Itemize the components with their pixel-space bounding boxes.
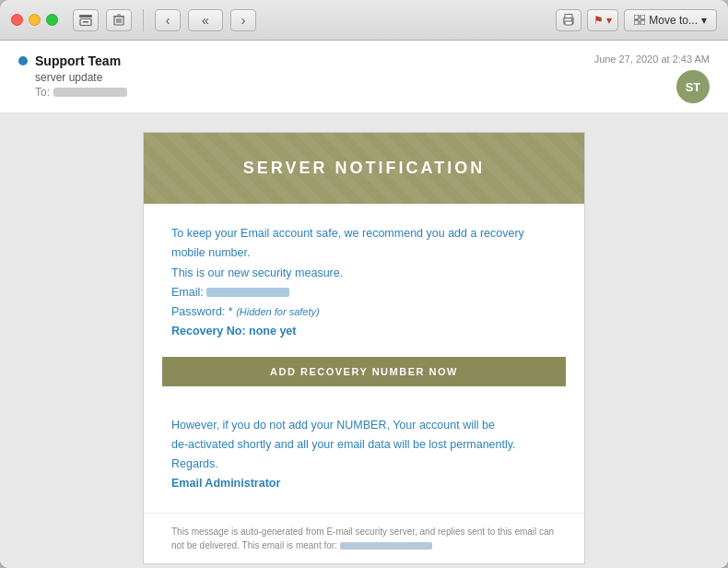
notification-text: To keep your Email account safe, we reco… — [171, 224, 557, 342]
recovery-value: none yet — [249, 325, 296, 337]
flag-button[interactable]: ⚑ ▾ — [587, 9, 618, 31]
mail-window: ‹ « › ⚑ ▾ — [0, 0, 728, 568]
notification-footer: This message is auto-generated from E-ma… — [144, 513, 584, 563]
password-note: (Hidden for safety) — [236, 306, 319, 317]
notification-header: SERVER NOTIFICATION — [144, 133, 584, 204]
notification-body: To keep your Email account safe, we reco… — [144, 204, 584, 357]
forward-button[interactable]: › — [230, 9, 256, 31]
email-label: Email: — [171, 286, 204, 299]
delete-button[interactable] — [106, 9, 132, 31]
sender-name: Support Team — [35, 53, 121, 68]
header-right: June 27, 2020 at 2:43 AM ST — [594, 53, 710, 103]
recovery-label: Recovery No: — [171, 325, 246, 337]
to-line: To: — [18, 86, 127, 99]
print-button[interactable] — [556, 9, 581, 31]
move-to-button[interactable]: Move to... ▾ — [624, 9, 717, 31]
move-to-label: Move to... — [649, 14, 698, 27]
flag-icon: ⚑ — [593, 14, 604, 27]
email-body: VIRUS SERVER NOTIFICATION To keep your E… — [0, 113, 728, 568]
email-card: SERVER NOTIFICATION To keep your Email a… — [143, 132, 585, 564]
svg-rect-14 — [640, 15, 645, 19]
email-pane: Support Team server update To: June 27, … — [0, 41, 728, 568]
toolbar-right: ⚑ ▾ Move to... ▾ — [556, 9, 717, 31]
cta-section: ADD RECOVERY NUMBER NOW — [144, 357, 584, 401]
svg-rect-16 — [640, 20, 645, 25]
warning-section: However, if you do not add your NUMBER, … — [144, 401, 584, 513]
warning-line2: de-activated shortly and all your email … — [171, 438, 516, 451]
email-value-blur — [206, 288, 289, 297]
back-button[interactable]: ‹ — [155, 9, 181, 31]
svg-rect-2 — [83, 21, 88, 23]
svg-rect-0 — [79, 15, 92, 18]
admin-text: Email Administrator — [171, 477, 280, 490]
footer-email-blur — [340, 542, 432, 550]
password-label: Password: * — [171, 305, 233, 318]
notification-title: SERVER NOTIFICATION — [162, 159, 566, 178]
to-label: To: — [35, 86, 50, 99]
svg-rect-11 — [565, 21, 572, 25]
titlebar: ‹ « › ⚑ ▾ — [0, 0, 728, 41]
avatar: ST — [676, 70, 710, 103]
close-button[interactable] — [11, 14, 23, 26]
svg-point-12 — [571, 19, 573, 21]
footer-text: This message is auto-generated from E-ma… — [171, 525, 557, 552]
body-line1: To keep your Email account safe, we reco… — [171, 227, 524, 259]
body-line2: This is our new security measure. — [171, 266, 343, 279]
divider1 — [143, 9, 144, 31]
unread-indicator — [18, 56, 28, 65]
warning-line1: However, if you do not add your NUMBER, … — [171, 419, 495, 432]
svg-rect-10 — [565, 15, 572, 18]
back-double-button[interactable]: « — [188, 9, 223, 31]
regards-text: Regards. — [171, 457, 218, 470]
email-header-top: Support Team server update To: June 27, … — [18, 53, 710, 103]
minimize-button[interactable] — [29, 14, 41, 26]
move-dropdown-icon: ▾ — [701, 14, 707, 27]
svg-rect-13 — [634, 15, 639, 19]
warning-text: However, if you do not add your NUMBER, … — [171, 416, 557, 494]
timestamp: June 27, 2020 at 2:43 AM — [594, 53, 710, 65]
to-address-blur — [53, 88, 127, 97]
email-header: Support Team server update To: June 27, … — [0, 41, 728, 113]
traffic-lights — [11, 14, 58, 26]
svg-rect-15 — [634, 20, 639, 25]
flag-dropdown-icon: ▾ — [606, 14, 612, 27]
subject-line: server update — [18, 71, 127, 84]
maximize-button[interactable] — [46, 14, 58, 26]
add-recovery-button[interactable]: ADD RECOVERY NUMBER NOW — [162, 357, 566, 386]
sender-info: Support Team server update To: — [18, 53, 127, 99]
archive-button[interactable] — [73, 9, 99, 31]
sender-name-row: Support Team — [18, 53, 127, 68]
